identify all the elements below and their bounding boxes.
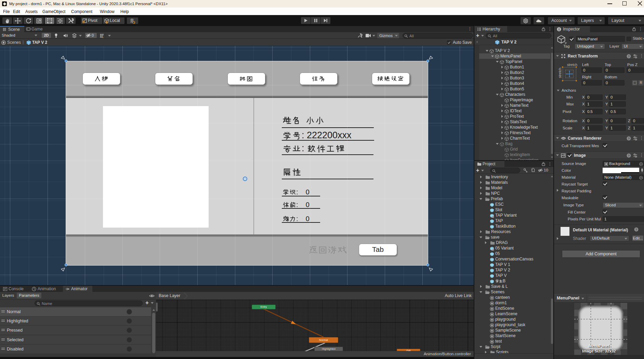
svg-text:?: ? xyxy=(628,55,630,58)
svg-text:?: ? xyxy=(628,137,630,140)
svg-text:?: ? xyxy=(635,228,638,231)
svg-text:?: ? xyxy=(628,154,630,157)
